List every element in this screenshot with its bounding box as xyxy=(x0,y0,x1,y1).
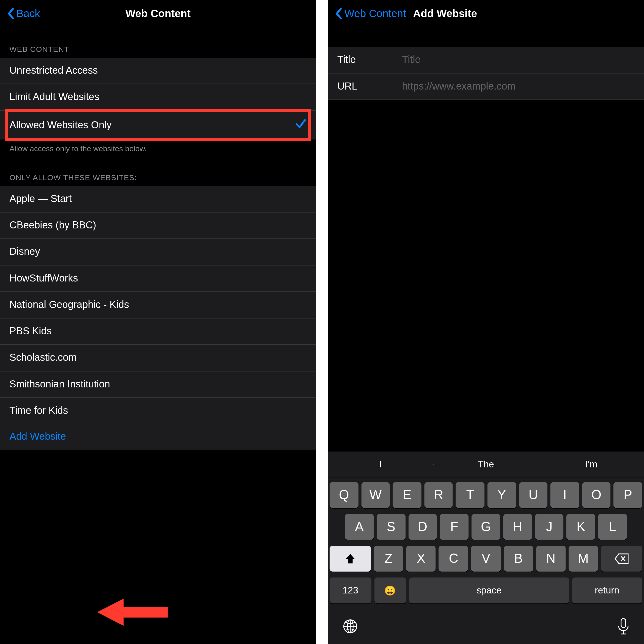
emoji-icon: 😀 xyxy=(384,585,396,596)
key-c[interactable]: C xyxy=(439,546,468,572)
key-q[interactable]: Q xyxy=(330,482,358,508)
keyboard-footer xyxy=(328,612,644,644)
key-backspace[interactable] xyxy=(601,546,642,572)
key-b[interactable]: B xyxy=(504,546,533,572)
key-t[interactable]: T xyxy=(456,482,485,508)
list-item-label: Smithsonian Institution xyxy=(9,379,110,390)
chevron-left-icon xyxy=(335,8,342,19)
key-j[interactable]: J xyxy=(535,514,563,540)
key-emoji[interactable]: 😀 xyxy=(374,578,406,603)
back-label: Back xyxy=(17,7,40,20)
key-l[interactable]: L xyxy=(598,514,627,540)
list-item-label: Disney xyxy=(9,246,40,258)
url-row: URL xyxy=(328,74,644,100)
chevron-left-icon xyxy=(7,8,14,19)
list-item[interactable]: Disney xyxy=(0,239,316,265)
option-limit-adult[interactable]: Limit Adult Websites xyxy=(0,84,316,111)
list-item[interactable]: PBS Kids xyxy=(0,318,316,345)
page-title: Add Website xyxy=(413,7,477,20)
section-footer: Allow access only to the websites below. xyxy=(0,140,316,155)
section-header-web-content: WEB CONTENT xyxy=(0,27,316,58)
list-item[interactable]: CBeebies (by BBC) xyxy=(0,213,316,239)
access-mode-list: Unrestricted Access Limit Adult Websites… xyxy=(0,58,316,139)
annotation-arrow-icon xyxy=(97,592,168,633)
list-item-label: Apple — Start xyxy=(9,193,72,205)
list-item[interactable]: Scholastic.com xyxy=(0,345,316,371)
list-item-label: National Geographic - Kids xyxy=(9,299,129,311)
title-row: Title xyxy=(328,47,644,73)
key-k[interactable]: K xyxy=(567,514,595,540)
back-button[interactable]: Back xyxy=(7,7,40,20)
back-button[interactable]: Web Content xyxy=(335,7,406,20)
prediction[interactable]: I xyxy=(328,459,433,469)
option-label: Limit Adult Websites xyxy=(9,91,99,103)
globe-icon[interactable] xyxy=(342,618,359,639)
svg-marker-0 xyxy=(97,599,168,626)
key-u[interactable]: U xyxy=(519,482,548,508)
allowed-websites-list: Apple — Start CBeebies (by BBC) Disney H… xyxy=(0,186,316,424)
add-website-button[interactable]: Add Website xyxy=(0,424,316,450)
key-e[interactable]: E xyxy=(393,482,421,508)
key-z[interactable]: Z xyxy=(374,546,403,572)
key-r[interactable]: R xyxy=(424,482,453,508)
option-label: Allowed Websites Only xyxy=(9,119,111,131)
section-header-allowed: ONLY ALLOW THESE WEBSITES: xyxy=(0,155,316,186)
svg-rect-3 xyxy=(621,619,626,627)
key-f[interactable]: F xyxy=(440,514,469,540)
predictive-bar: I The I'm xyxy=(328,452,644,477)
list-item-label: Scholastic.com xyxy=(9,352,77,364)
key-w[interactable]: W xyxy=(361,482,390,508)
list-item-label: CBeebies (by BBC) xyxy=(9,220,96,231)
key-m[interactable]: M xyxy=(569,546,598,572)
title-label: Title xyxy=(337,54,402,66)
list-item[interactable]: HowStuffWorks xyxy=(0,265,316,292)
list-item-label: Time for Kids xyxy=(9,405,68,417)
key-return[interactable]: return xyxy=(572,578,642,603)
back-label: Web Content xyxy=(344,7,406,20)
list-item[interactable]: Time for Kids xyxy=(0,398,316,424)
url-label: URL xyxy=(337,81,402,93)
nav-bar: Back Web Content xyxy=(0,0,316,27)
title-input[interactable] xyxy=(402,54,634,66)
keyboard: I The I'm Q W E R T Y U I O P A xyxy=(328,452,644,644)
key-123[interactable]: 123 xyxy=(330,578,371,603)
page-title: Web Content xyxy=(0,7,316,20)
prediction[interactable]: The xyxy=(433,459,539,469)
key-h[interactable]: H xyxy=(503,514,532,540)
option-allowed-only[interactable]: Allowed Websites Only xyxy=(0,111,316,140)
key-space[interactable]: space xyxy=(409,578,569,603)
key-p[interactable]: P xyxy=(614,482,642,508)
key-d[interactable]: D xyxy=(408,514,437,540)
key-n[interactable]: N xyxy=(536,546,566,572)
key-shift[interactable] xyxy=(330,546,371,572)
option-unrestricted[interactable]: Unrestricted Access xyxy=(0,58,316,84)
url-input[interactable] xyxy=(402,81,634,93)
web-content-screen: Back Web Content WEB CONTENT Unrestricte… xyxy=(0,0,316,644)
key-o[interactable]: O xyxy=(582,482,611,508)
list-item-label: PBS Kids xyxy=(9,326,52,337)
shift-icon xyxy=(344,553,356,565)
add-website-label: Add Website xyxy=(9,431,66,443)
prediction[interactable]: I'm xyxy=(539,459,644,469)
key-v[interactable]: V xyxy=(471,546,501,572)
add-website-screen: Web Content Add Website Title URL I The … xyxy=(328,0,644,644)
key-g[interactable]: G xyxy=(472,514,500,540)
key-i[interactable]: I xyxy=(550,482,579,508)
key-s[interactable]: S xyxy=(377,514,405,540)
mic-icon[interactable] xyxy=(617,618,630,639)
list-item-label: HowStuffWorks xyxy=(9,272,78,284)
option-label: Unrestricted Access xyxy=(9,65,98,76)
nav-bar: Web Content Add Website xyxy=(328,0,644,27)
list-item[interactable]: Smithsonian Institution xyxy=(0,372,316,398)
key-y[interactable]: Y xyxy=(488,482,516,508)
key-x[interactable]: X xyxy=(406,546,436,572)
list-item[interactable]: Apple — Start xyxy=(0,186,316,212)
checkmark-icon xyxy=(295,118,307,133)
list-item[interactable]: National Geographic - Kids xyxy=(0,292,316,318)
backspace-icon xyxy=(615,553,629,564)
key-a[interactable]: A xyxy=(345,514,374,540)
